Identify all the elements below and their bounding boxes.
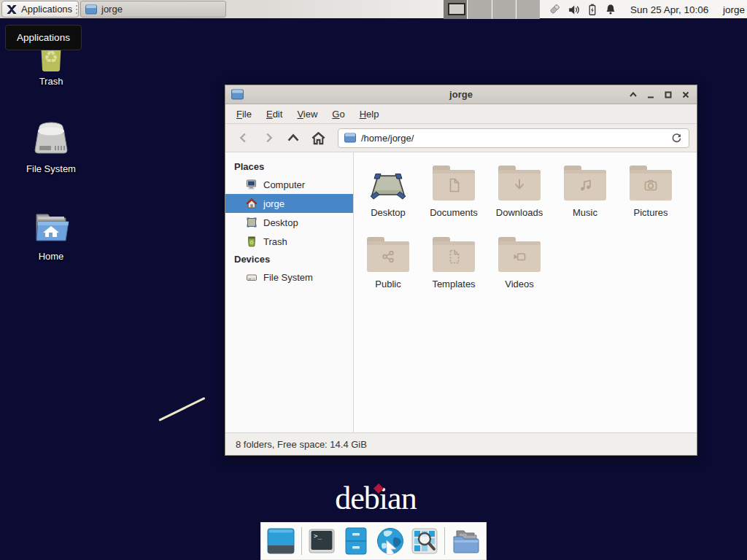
show-desktop-icon <box>267 528 295 554</box>
application-finder-icon <box>411 528 438 554</box>
panel-handle[interactable] <box>76 5 78 14</box>
folder-label: Templates <box>432 279 475 289</box>
sidebar-item-jorge[interactable]: jorge <box>225 194 353 213</box>
folder-label: Downloads <box>496 207 543 218</box>
sidebar: Places Computer <box>225 152 354 432</box>
dock-separator <box>301 527 302 555</box>
folder-item-videos[interactable]: Videos <box>487 233 552 304</box>
workspace-1[interactable] <box>444 0 467 19</box>
sidebar-item-desktop[interactable]: Desktop <box>225 213 353 232</box>
folder-icon <box>498 241 541 272</box>
folder-icon <box>367 241 409 272</box>
folder-item-desktop[interactable]: Desktop <box>355 161 421 233</box>
folder-item-public[interactable]: Public <box>355 233 421 304</box>
sidebar-item-label: Computer <box>263 179 305 190</box>
folder-item-documents[interactable]: Documents <box>421 161 487 233</box>
web-browser-icon <box>376 527 404 555</box>
devices-header: Devices <box>225 251 353 268</box>
sidebar-item-trash[interactable]: ♻ Trash <box>225 232 353 251</box>
close-button[interactable] <box>681 90 691 100</box>
location-bar[interactable]: /home/jorge/ <box>338 128 689 148</box>
applications-tooltip: Applications <box>5 25 82 50</box>
menu-view[interactable]: View <box>290 106 324 122</box>
shade-button[interactable] <box>628 90 638 100</box>
folder-label: Videos <box>505 279 534 289</box>
taskbar-window-label: jorge <box>101 4 123 15</box>
maximize-button[interactable] <box>663 90 673 100</box>
workspace-2[interactable] <box>467 0 491 19</box>
terminal-launcher[interactable]: >_ <box>308 526 336 556</box>
workspace-4[interactable] <box>516 0 540 19</box>
panel-clock[interactable]: Sun 25 Apr, 10:06 <box>630 0 708 19</box>
show-desktop-button[interactable] <box>267 526 295 556</box>
folder-icon <box>433 170 475 201</box>
desktop-icon-label: File System <box>26 163 76 174</box>
user-home-icon <box>246 198 258 209</box>
folder-icon <box>630 170 672 201</box>
folder-label: Pictures <box>634 207 668 218</box>
svg-text:♻: ♻ <box>249 240 254 245</box>
up-button[interactable] <box>282 128 304 148</box>
folder-label: Music <box>573 207 597 218</box>
menu-help[interactable]: Help <box>353 106 386 122</box>
folder-icon <box>564 170 606 201</box>
document-glyph-icon <box>445 176 462 194</box>
file-cabinet-icon <box>345 527 367 555</box>
folder-item-downloads[interactable]: Downloads <box>487 161 552 233</box>
minimize-button[interactable] <box>646 90 656 100</box>
web-browser-launcher[interactable] <box>376 526 404 556</box>
debian-logo: debian <box>328 480 423 517</box>
sidebar-item-file-system[interactable]: File System <box>225 268 353 287</box>
folder-item-music[interactable]: Music <box>552 161 618 233</box>
back-button[interactable] <box>233 128 255 148</box>
battery-icon[interactable] <box>586 3 599 17</box>
taskbar-window-button[interactable]: jorge <box>80 1 226 18</box>
application-finder-launcher[interactable] <box>410 526 438 556</box>
template-glyph-icon <box>445 248 462 265</box>
applications-menu-button[interactable]: Applications <box>1 1 79 18</box>
forward-button[interactable] <box>258 128 279 148</box>
desktop-icon-file-system[interactable]: File System <box>7 120 95 174</box>
file-grid: Desktop Documents <box>354 152 697 432</box>
home-button[interactable] <box>307 128 329 148</box>
system-tray <box>547 0 617 19</box>
menu-edit[interactable]: Edit <box>260 106 289 122</box>
volume-icon[interactable] <box>567 3 581 17</box>
home-folder-icon <box>31 207 71 248</box>
file-manager-launcher[interactable] <box>342 526 371 556</box>
share-glyph-icon <box>379 248 397 265</box>
top-panel: Applications jorge <box>0 0 747 19</box>
folder-icon <box>433 241 475 272</box>
applications-label: Applications <box>21 4 72 15</box>
workspace-3[interactable] <box>492 0 516 19</box>
clipman-icon[interactable] <box>547 2 562 17</box>
desktop-icon-label: Trash <box>39 76 63 87</box>
folder-label: Public <box>375 279 400 289</box>
path-folder-icon <box>344 133 356 143</box>
notification-bell-icon[interactable] <box>604 3 617 16</box>
panel-username[interactable]: jorge <box>723 0 745 19</box>
menu-file[interactable]: File <box>230 106 258 122</box>
hard-drive-icon <box>31 120 71 160</box>
workspace-switcher[interactable] <box>444 0 540 19</box>
folder-item-pictures[interactable]: Pictures <box>618 161 684 233</box>
workspace-window-preview <box>448 3 465 15</box>
directory-menu-launcher[interactable] <box>451 526 480 556</box>
applications-icon <box>5 3 18 16</box>
folder-label: Documents <box>430 207 478 218</box>
video-glyph-icon <box>511 248 528 265</box>
drive-small-icon <box>246 271 258 283</box>
folder-icon <box>85 4 97 15</box>
folder-icon <box>498 170 541 201</box>
window-titlebar[interactable]: jorge <box>225 85 697 104</box>
folder-label: Desktop <box>371 207 406 218</box>
desktop-place-icon <box>246 217 258 228</box>
reload-icon[interactable] <box>670 132 683 144</box>
terminal-icon: >_ <box>309 529 335 553</box>
sidebar-item-computer[interactable]: Computer <box>225 175 353 194</box>
svg-text:♻: ♻ <box>44 48 58 66</box>
path-text[interactable]: /home/jorge/ <box>361 133 665 144</box>
desktop-icon-home[interactable]: Home <box>7 207 95 262</box>
folder-item-templates[interactable]: Templates <box>421 233 487 304</box>
menu-go[interactable]: Go <box>325 106 351 122</box>
